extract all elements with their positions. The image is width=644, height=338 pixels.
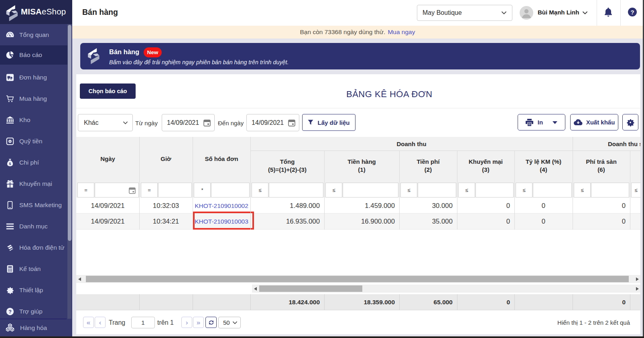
svg-text:?: ?: [8, 309, 12, 314]
svg-text:$: $: [9, 162, 11, 166]
